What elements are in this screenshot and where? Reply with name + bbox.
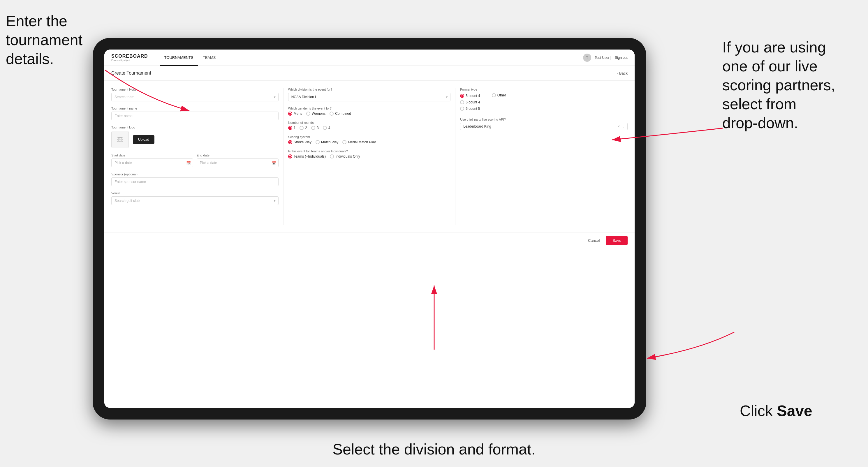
scoring-group: Scoring system Stroke Play Match Play: [288, 135, 451, 144]
rounds-radio-group: 1 2 3: [288, 126, 451, 130]
date-group: Start date 📅 End date: [111, 154, 279, 167]
upload-button[interactable]: Upload: [133, 135, 154, 144]
save-button[interactable]: Save: [606, 236, 628, 245]
rounds-1-radio[interactable]: [288, 126, 292, 130]
teams-plus-radio[interactable]: [288, 154, 292, 158]
date-row: Start date 📅 End date: [111, 154, 279, 167]
scoring-stroke[interactable]: Stroke Play: [288, 140, 311, 144]
annotation-bottom: Select the division and format.: [333, 440, 535, 459]
rounds-4[interactable]: 4: [323, 126, 331, 130]
scoring-radio-group: Stroke Play Match Play Medal Match Play: [288, 140, 451, 144]
live-scoring-chevron-icon: ⌄: [622, 125, 624, 128]
sponsor-group: Sponsor (optional): [111, 173, 279, 186]
format-5count4[interactable]: 5 count 4: [460, 94, 480, 98]
nav-teams[interactable]: TEAMS: [198, 50, 221, 66]
division-group: Which division is the event for? NCAA Di…: [288, 88, 451, 101]
teams-radio-group: Teams (+Individuals) Individuals Only: [288, 154, 451, 158]
format-6count5[interactable]: 6 count 5: [460, 106, 480, 111]
venue-input[interactable]: [111, 196, 279, 205]
rounds-3-radio[interactable]: [311, 126, 315, 130]
logo-upload-area: 🖼 Upload: [111, 131, 279, 148]
gender-mens-radio[interactable]: [288, 112, 292, 116]
format-6count4-radio[interactable]: [460, 100, 464, 104]
format-type-options: 5 count 4 6 count 4 6 count 5: [460, 94, 480, 111]
sponsor-label: Sponsor (optional): [111, 173, 279, 176]
format-6count5-radio[interactable]: [460, 106, 464, 111]
other-option: Other: [492, 93, 506, 111]
division-select[interactable]: NCAA Division I: [288, 93, 451, 101]
format-6count4[interactable]: 6 count 4: [460, 100, 480, 104]
nav-tournaments[interactable]: TOURNAMENTS: [160, 50, 198, 66]
tournament-logo-label: Tournament logo: [111, 126, 279, 129]
individuals-only[interactable]: Individuals Only: [330, 154, 360, 158]
tablet-screen: SCOREBOARD Powered by clippit TOURNAMENT…: [104, 50, 634, 408]
rounds-2[interactable]: 2: [300, 126, 307, 130]
logo-placeholder: 🖼: [111, 131, 129, 148]
end-date-calendar-icon: 📅: [272, 161, 276, 165]
panel-footer: Cancel Save: [104, 232, 634, 249]
live-scoring-clear-icon[interactable]: ✕: [617, 125, 620, 128]
rounds-2-label: 2: [305, 126, 307, 130]
rounds-1[interactable]: 1: [288, 126, 296, 130]
start-date-calendar-icon: 📅: [186, 161, 191, 165]
scoring-medal-match-radio[interactable]: [342, 140, 346, 144]
gender-womens-label: Womens: [312, 112, 326, 116]
tournament-host-label: Tournament Host: [111, 88, 279, 91]
gender-combined-radio[interactable]: [330, 112, 334, 116]
logo-title: SCOREBOARD: [111, 54, 148, 59]
form-col-3: Format type 5 count 4 6 count: [456, 88, 628, 225]
teams-group: Is this event for Teams and/or Individua…: [288, 150, 451, 158]
rounds-4-radio[interactable]: [323, 126, 327, 130]
scoring-label: Scoring system: [288, 135, 451, 139]
venue-group: Venue ▼: [111, 191, 279, 205]
tournament-name-input[interactable]: [111, 112, 279, 120]
gender-mens[interactable]: Mens: [288, 112, 302, 116]
rounds-2-radio[interactable]: [300, 126, 304, 130]
individuals-only-radio[interactable]: [330, 154, 334, 158]
format-other-label: Other: [497, 93, 506, 97]
panel-header: Create Tournament ‹ Back: [104, 66, 634, 81]
end-date-wrap: 📅: [197, 158, 279, 167]
format-other-radio[interactable]: [492, 93, 496, 97]
panel-title: Create Tournament: [111, 70, 151, 76]
live-scoring-input[interactable]: Leaderboard King ✕ ⌄: [460, 123, 628, 130]
gender-combined[interactable]: Combined: [330, 112, 351, 116]
back-link[interactable]: ‹ Back: [617, 71, 628, 75]
format-5count4-label: 5 count 4: [466, 94, 480, 98]
gender-radio-group: Mens Womens Combined: [288, 112, 451, 116]
navbar-right: T Test User | Sign out: [583, 54, 628, 62]
scoring-medal-match-label: Medal Match Play: [348, 140, 376, 144]
scoring-match-radio[interactable]: [315, 140, 320, 144]
cancel-button[interactable]: Cancel: [585, 236, 603, 245]
individuals-only-label: Individuals Only: [335, 154, 360, 158]
tournament-host-select-wrap: ▼: [111, 93, 279, 101]
scoring-match[interactable]: Match Play: [315, 140, 338, 144]
gender-womens[interactable]: Womens: [306, 112, 326, 116]
live-scoring-label: Use third-party live scoring API?: [460, 118, 628, 121]
end-date-input[interactable]: [197, 158, 279, 167]
scoring-stroke-radio[interactable]: [288, 140, 292, 144]
start-date-wrap: 📅: [111, 158, 193, 167]
start-date-input[interactable]: [111, 158, 193, 167]
tournament-host-input[interactable]: [111, 93, 279, 101]
tournament-name-group: Tournament name: [111, 106, 279, 120]
rounds-4-label: 4: [329, 126, 331, 130]
main-nav: TOURNAMENTS TEAMS: [160, 50, 583, 66]
division-select-wrap: NCAA Division I ▼: [288, 93, 451, 101]
format-other[interactable]: Other: [492, 93, 506, 97]
content-area: Create Tournament ‹ Back Tournament Host…: [104, 66, 634, 408]
create-panel: Create Tournament ‹ Back Tournament Host…: [104, 66, 634, 408]
teams-label: Is this event for Teams and/or Individua…: [288, 150, 451, 153]
teams-plus-individuals[interactable]: Teams (+Individuals): [288, 154, 326, 158]
gender-womens-radio[interactable]: [306, 112, 310, 116]
gender-mens-label: Mens: [294, 112, 302, 116]
rounds-3[interactable]: 3: [311, 126, 319, 130]
scoring-medal-match[interactable]: Medal Match Play: [342, 140, 376, 144]
format-5count4-radio[interactable]: [460, 94, 464, 98]
avatar: T: [583, 54, 591, 62]
user-label: Test User |: [595, 56, 611, 60]
sponsor-input[interactable]: [111, 178, 279, 186]
scoring-stroke-label: Stroke Play: [294, 140, 311, 144]
signout-link[interactable]: Sign out: [615, 56, 628, 60]
format-6count5-label: 6 count 5: [466, 106, 480, 111]
